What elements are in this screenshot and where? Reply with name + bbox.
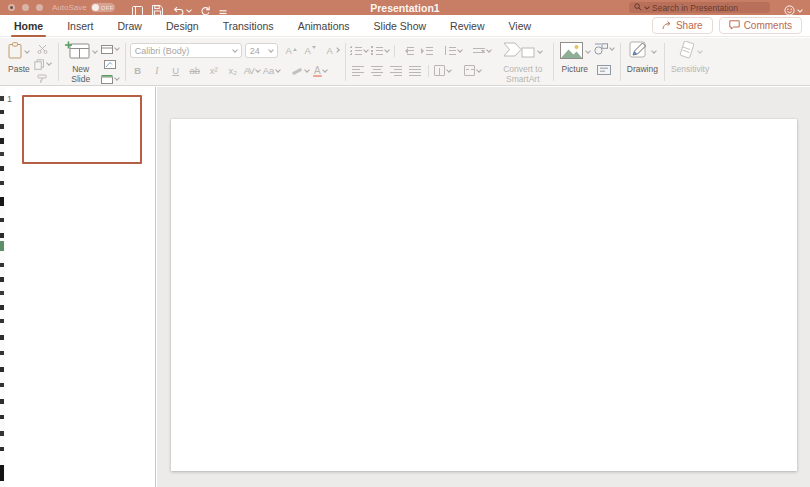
close-button[interactable] <box>8 4 15 11</box>
tab-draw[interactable]: Draw <box>105 15 154 38</box>
slide-thumbnail-1[interactable] <box>22 95 142 164</box>
align-center-button[interactable] <box>369 63 385 78</box>
vertical-align-button[interactable] <box>434 63 451 78</box>
search-scope-chevron-icon <box>644 4 650 10</box>
text-highlight-button[interactable] <box>291 63 309 78</box>
clipboard-mini-buttons <box>34 42 52 86</box>
artifact-mark <box>0 447 4 451</box>
subscript-button[interactable]: x₂ <box>225 63 241 78</box>
tab-slide-show[interactable]: Slide Show <box>362 15 439 38</box>
sensitivity-button[interactable]: Sensitivity <box>671 41 709 75</box>
convert-to-smartart-button[interactable]: Convert to SmartArt <box>499 41 547 85</box>
bold-button[interactable]: B <box>130 63 146 78</box>
font-name-select[interactable]: Calibri (Body) <box>130 43 242 58</box>
tab-actions: Share Comments <box>652 17 802 34</box>
align-right-icon <box>390 65 402 77</box>
artifact-mark <box>0 277 4 282</box>
ribbon-tabs: Home Insert Draw Design Transitions Anim… <box>2 15 543 38</box>
autosave-knob <box>92 4 99 11</box>
decrease-indent-icon <box>402 45 414 56</box>
tab-animations[interactable]: Animations <box>286 15 362 38</box>
copy-button[interactable] <box>34 57 52 71</box>
section-chevron-icon[interactable] <box>114 75 120 81</box>
section-button[interactable] <box>101 72 119 86</box>
layout-button[interactable] <box>101 42 119 56</box>
text-box-button[interactable] <box>594 63 614 77</box>
comments-button[interactable]: Comments <box>719 17 802 34</box>
slide-canvas[interactable] <box>171 119 797 471</box>
cut-button[interactable] <box>34 42 52 56</box>
shrink-font-button[interactable]: A <box>300 43 316 58</box>
clear-formatting-icon: A <box>327 45 333 56</box>
tab-review[interactable]: Review <box>438 15 496 38</box>
picture-button[interactable]: Picture <box>560 41 590 75</box>
artifact-mark <box>0 335 4 340</box>
subscript-icon: x₂ <box>229 65 237 76</box>
shrink-font-icon: A <box>305 45 311 56</box>
change-case-button[interactable]: Aa <box>263 63 281 78</box>
decrease-indent-button[interactable] <box>400 43 416 58</box>
align-left-button[interactable] <box>350 63 366 78</box>
drawing-chevron-icon[interactable] <box>651 48 657 54</box>
justify-button[interactable] <box>407 63 423 78</box>
underline-button[interactable]: U <box>168 63 184 78</box>
strikethrough-button[interactable]: ab <box>187 63 203 78</box>
reset-button[interactable] <box>101 57 119 71</box>
format-painter-button[interactable] <box>34 72 52 86</box>
line-spacing-button[interactable] <box>444 43 462 58</box>
undo-menu-chevron-icon[interactable] <box>186 7 192 13</box>
drawing-label: Drawing <box>627 65 658 75</box>
align-right-button[interactable] <box>388 63 404 78</box>
align-center-icon <box>371 65 383 77</box>
font-size-select[interactable]: 24 <box>245 43 278 58</box>
tab-home[interactable]: Home <box>2 15 55 38</box>
picture-chevron-icon[interactable] <box>585 48 591 54</box>
artifact-mark <box>0 241 4 251</box>
increase-indent-button[interactable] <box>419 43 435 58</box>
tab-transitions[interactable]: Transitions <box>211 15 286 38</box>
bullets-chevron-icon <box>363 47 369 53</box>
superscript-button[interactable]: x² <box>206 63 222 78</box>
autosave-toggle[interactable]: AutoSave Off <box>52 3 115 12</box>
tab-insert[interactable]: Insert <box>55 15 105 38</box>
bullets-button[interactable] <box>350 43 368 58</box>
background-window-artifacts <box>0 87 5 487</box>
change-case-icon: Aa <box>263 65 275 76</box>
vertical-align-chevron-icon <box>446 67 452 73</box>
copy-menu-chevron-icon[interactable] <box>46 60 52 66</box>
tab-design[interactable]: Design <box>154 15 211 38</box>
new-slide-menu-chevron-icon[interactable] <box>92 48 98 54</box>
font-name-value: Calibri (Body) <box>135 46 190 56</box>
italic-button[interactable]: I <box>149 63 165 78</box>
font-name-chevron-icon <box>232 47 238 53</box>
align-text-button[interactable] <box>464 63 481 78</box>
artifact-mark <box>0 465 4 481</box>
smartart-chevron-icon <box>537 48 543 54</box>
autosave-switch[interactable]: Off <box>91 3 115 12</box>
share-button[interactable]: Share <box>652 17 713 34</box>
minimize-button[interactable] <box>22 4 29 11</box>
justify-icon <box>409 65 421 77</box>
slide-thumbnail-panel: 1 <box>0 87 156 487</box>
grow-font-button[interactable]: A <box>281 43 297 58</box>
shapes-button[interactable] <box>594 42 614 56</box>
tab-view[interactable]: View <box>497 15 544 38</box>
character-spacing-button[interactable]: AV <box>244 63 260 78</box>
search-input[interactable]: Search in Presentation <box>629 2 770 13</box>
shapes-chevron-icon[interactable] <box>609 45 615 51</box>
paste-button[interactable]: Paste <box>8 41 30 75</box>
zoom-button[interactable] <box>36 4 43 11</box>
clear-formatting-chevron-icon <box>334 47 340 53</box>
artifact-mark <box>0 124 4 129</box>
paste-menu-chevron-icon[interactable] <box>25 48 31 54</box>
text-direction-button[interactable] <box>473 43 491 58</box>
drawing-button[interactable]: Drawing <box>627 41 658 75</box>
clear-formatting-button[interactable]: A <box>325 43 341 58</box>
numbering-button[interactable] <box>371 43 389 58</box>
layout-chevron-icon[interactable] <box>114 45 120 51</box>
new-slide-button[interactable]: New Slide <box>65 41 97 85</box>
share-label: Share <box>676 20 703 31</box>
font-color-button[interactable]: A <box>312 63 328 78</box>
character-spacing-icon: AV <box>244 65 254 76</box>
superscript-icon: x² <box>210 65 218 76</box>
